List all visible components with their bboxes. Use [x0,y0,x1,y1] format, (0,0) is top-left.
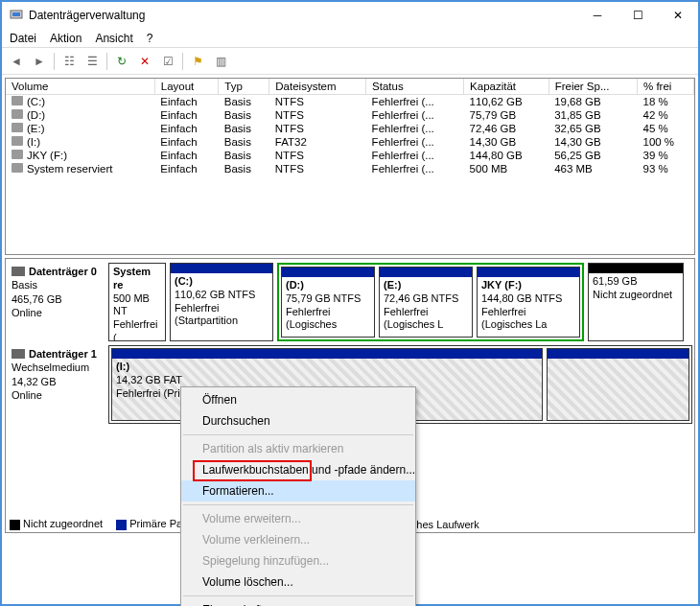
ctx-extend: Volume erweitern... [181,508,415,529]
volume-row[interactable]: (C:)EinfachBasisNTFSFehlerfrei (...110,6… [6,95,694,109]
extended-partition[interactable]: (D:)75,79 GB NTFSFehlerfrei (Logisches(E… [277,263,584,341]
volume-table: VolumeLayoutTypDateisystemStatusKapazitä… [6,79,694,175]
column-header[interactable]: Kapazität [464,79,549,95]
views-icon[interactable]: ☷ [58,51,80,72]
ctx-mirror: Spiegelung hinzufügen... [181,550,415,571]
legend-unallocated: Nicht zugeordnet [23,518,103,529]
volume-list: VolumeLayoutTypDateisystemStatusKapazitä… [5,78,695,255]
column-header[interactable]: % frei [637,79,693,95]
volume-row[interactable]: JKY (F:)EinfachBasisNTFSFehlerfrei (...1… [6,149,694,162]
back-icon[interactable]: ◄ [6,51,27,72]
volume-row[interactable]: (I:)EinfachBasisFAT32Fehlerfrei (...14,3… [6,135,694,149]
partition[interactable]: (C:)110,62 GB NTFSFehlerfrei (Startparti… [170,263,273,341]
disk-icon [12,267,25,276]
legend-logical: sches Laufwerk [406,519,478,530]
list-icon[interactable]: ▥ [210,51,231,72]
ctx-properties[interactable]: Eigenschaften [181,599,415,606]
ctx-delete[interactable]: Volume löschen... [181,571,415,593]
unallocated-space[interactable]: 61,59 GBNicht zugeordnet [588,263,684,341]
menu-help[interactable]: ? [147,32,153,45]
drive-icon [12,123,23,132]
disk-icon [12,349,25,359]
drive-icon [12,109,23,119]
ctx-mark-active: Partition als aktiv markieren [181,438,415,459]
drive-icon [12,96,23,105]
partition[interactable]: (E:)72,46 GB NTFSFehlerfrei (Logisches L [379,267,473,338]
disk-info[interactable]: Datenträger 0Basis465,76 GBOnline [8,263,108,341]
partition-extent[interactable] [547,348,689,421]
disk-row: Datenträger 0Basis465,76 GBOnlineSystem … [8,263,692,341]
app-icon [10,8,23,24]
disk-management-window: Datenträgerverwaltung ─ ☐ ✕ Datei Aktion… [0,0,700,606]
forward-icon[interactable]: ► [29,51,50,72]
ctx-browse[interactable]: Durchsuchen [181,410,415,431]
minimize-button[interactable]: ─ [577,2,618,29]
menubar: Datei Aktion Ansicht ? [2,29,698,48]
drive-icon [12,163,23,173]
ctx-format[interactable]: Formatieren... [181,480,415,501]
ctx-shrink: Volume verkleinern... [181,529,415,550]
volume-row[interactable]: (D:)EinfachBasisNTFSFehlerfrei (...75,79… [6,108,694,122]
context-menu: Öffnen Durchsuchen Partition als aktiv m… [180,386,416,606]
column-header[interactable]: Volume [6,79,154,95]
highlight-format [193,460,312,481]
titlebar: Datenträgerverwaltung ─ ☐ ✕ [2,2,698,29]
column-header[interactable]: Dateisystem [269,79,366,95]
volume-row[interactable]: System reserviertEinfachBasisNTFSFehlerf… [6,162,694,175]
menu-file[interactable]: Datei [10,32,36,45]
delete-icon[interactable]: ✕ [134,51,155,72]
disk-info[interactable]: Datenträger 1Wechselmedium14,32 GBOnline [8,345,108,424]
partition[interactable]: JKY (F:)144,80 GB NTFSFehlerfrei (Logisc… [477,267,580,338]
toolbar: ◄ ► ☷ ☰ ↻ ✕ ☑ ⚑ ▥ [2,48,698,75]
column-header[interactable]: Status [366,79,464,95]
column-header[interactable]: Typ [219,79,269,95]
settings-icon[interactable]: ☑ [157,51,178,72]
column-header[interactable]: Layout [154,79,219,95]
volume-row[interactable]: (E:)EinfachBasisNTFSFehlerfrei (...72,46… [6,122,694,135]
properties-icon[interactable]: ☰ [82,51,103,72]
drive-icon [12,136,23,146]
refresh-icon[interactable]: ↻ [111,51,132,72]
window-title: Datenträgerverwaltung [29,9,145,22]
maximize-button[interactable]: ☐ [618,2,658,29]
menu-action[interactable]: Aktion [50,32,82,45]
wizard-icon[interactable]: ⚑ [187,51,208,72]
ctx-open[interactable]: Öffnen [181,389,415,410]
menu-view[interactable]: Ansicht [95,32,132,45]
svg-rect-1 [12,12,20,16]
partition[interactable]: System re500 MB NTFehlerfrei ( [108,263,166,341]
close-button[interactable]: ✕ [658,2,698,29]
partition[interactable]: (D:)75,79 GB NTFSFehlerfrei (Logisches [281,267,375,338]
column-header[interactable]: Freier Sp... [548,79,637,95]
drive-icon [12,150,23,159]
